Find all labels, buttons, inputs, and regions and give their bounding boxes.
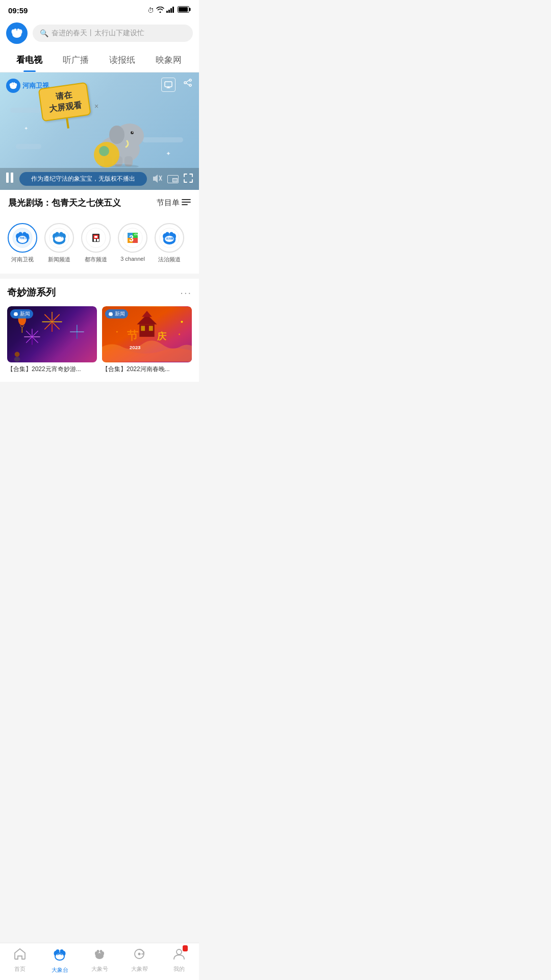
mute-icon[interactable]	[152, 174, 162, 185]
svg-text:channel: channel	[134, 233, 143, 236]
channel-label-news: 新闻频道	[48, 256, 70, 263]
star-deco-3: ✦	[166, 150, 171, 157]
svg-point-101	[16, 312, 17, 314]
program-title-row: 晨光剧场：包青天之七侠五义 节目单	[0, 190, 199, 216]
home-icon	[13, 947, 27, 964]
svg-point-20	[109, 126, 124, 144]
nav-item-home[interactable]: 首页	[5, 947, 35, 974]
svg-point-10	[14, 29, 17, 32]
svg-point-96	[14, 357, 20, 362]
search-icon: 🔍	[40, 29, 48, 37]
subtitle-text: 作为遵纪守法的象宝宝，无版权不播出	[19, 172, 147, 186]
svg-point-132	[138, 953, 141, 955]
svg-point-133	[177, 949, 182, 954]
svg-line-86	[33, 338, 38, 343]
schedule-icon	[182, 199, 191, 207]
svg-point-15	[11, 82, 13, 85]
tab-newspaper[interactable]: 读报纸	[99, 48, 145, 72]
nav-item-daxianghao[interactable]: 大象号	[84, 947, 115, 974]
svg-point-123	[56, 949, 60, 953]
cast-icon[interactable]	[161, 78, 176, 92]
content-card-1[interactable]: 新闻 【合集】2022元宵奇妙游...	[7, 306, 97, 374]
svg-rect-105	[141, 326, 145, 331]
nav-item-daxiangbang[interactable]: 大象帮	[124, 947, 155, 974]
status-time: 09:59	[8, 6, 28, 15]
svg-line-76	[44, 323, 51, 330]
channel-item-city[interactable]: 都市频道	[78, 221, 114, 265]
svg-point-119	[111, 312, 112, 314]
video-area[interactable]: 河南卫视 ✦ ✦ ✦	[0, 72, 199, 190]
svg-point-124	[60, 949, 64, 953]
play-pause-button[interactable]	[6, 173, 14, 185]
svg-point-95	[15, 352, 20, 357]
nav-label-daxiangtai: 大象台	[52, 966, 68, 974]
nav-item-daxiangtai[interactable]: 大象台	[44, 947, 75, 974]
channel-list: 河南卫视 河南卫视 新闻频道	[0, 216, 199, 274]
channel-circle-henan: 河南卫视	[8, 223, 37, 253]
tab-radio[interactable]: 听广播	[53, 48, 99, 72]
svg-line-83	[26, 331, 31, 336]
svg-point-50	[55, 236, 64, 242]
svg-text:法治频道: 法治频道	[166, 237, 177, 240]
svg-point-22	[132, 132, 133, 133]
svg-text:节: 节	[127, 330, 139, 342]
nav-label-mine: 我的	[173, 965, 185, 973]
close-sign-button[interactable]: ×	[94, 102, 98, 110]
video-bottom-bar: 作为遵纪守法的象宝宝，无版权不播出	[0, 168, 199, 190]
content-card-2[interactable]: 节 庆 2023	[102, 306, 192, 374]
more-button[interactable]: ···	[180, 287, 192, 299]
search-bar[interactable]: 🔍 奋进的春天丨太行山下建设忙	[33, 24, 193, 42]
elephant-illustration	[86, 111, 153, 169]
svg-rect-0	[166, 11, 168, 13]
svg-line-84	[33, 331, 38, 336]
svg-point-11	[17, 29, 20, 32]
svg-point-129	[97, 950, 99, 953]
fullscreen-icon[interactable]	[184, 174, 193, 185]
tab-watch-tv[interactable]: 看电视	[6, 48, 53, 72]
daxiangtai-icon	[53, 947, 67, 965]
schedule-label: 节目单	[157, 198, 180, 208]
channel-item-henan[interactable]: 河南卫视 河南卫视	[4, 221, 41, 265]
section-title: 奇妙游系列	[7, 286, 56, 299]
header: 🔍 奋进的春天丨太行山下建设忙	[0, 18, 199, 48]
share-icon[interactable]	[183, 78, 193, 92]
svg-point-16	[13, 82, 15, 85]
section-card: 奇妙游系列 ···	[0, 279, 199, 382]
pip-icon[interactable]	[167, 175, 179, 183]
card1-badge: 新闻	[10, 309, 33, 318]
svg-point-111	[181, 321, 183, 323]
app-logo[interactable]	[6, 22, 28, 44]
svg-point-69	[51, 321, 53, 323]
thumb-festival: 节 庆 2023	[102, 306, 192, 362]
channel-logo-small	[6, 79, 20, 93]
svg-rect-5	[189, 8, 191, 11]
svg-rect-55	[97, 239, 99, 241]
nav-item-mine[interactable]: 我的	[164, 947, 194, 974]
video-top-controls	[161, 78, 193, 92]
nav-tabs: 看电视 听广播 读报纸 映象网	[0, 48, 199, 72]
svg-rect-54	[94, 239, 96, 241]
svg-point-125	[56, 953, 64, 960]
channel-item-law[interactable]: 法治频道 法治频道	[151, 221, 188, 265]
channel-item-news[interactable]: 新闻频道	[41, 221, 78, 265]
channel-label-law: 法治频道	[158, 256, 181, 263]
schedule-button[interactable]: 节目单	[157, 198, 191, 208]
svg-line-85	[26, 338, 31, 343]
refresh-icon	[133, 947, 146, 964]
nav-label-home: 首页	[14, 965, 26, 973]
channel-item-3[interactable]: 3 channel 3 channel	[114, 221, 151, 265]
svg-text:3: 3	[129, 234, 134, 243]
svg-text:河南卫视: 河南卫视	[19, 236, 30, 239]
channel-circle-city	[81, 223, 111, 253]
user-icon	[172, 947, 186, 964]
status-icons: ⏱	[147, 6, 191, 14]
thumb-fireworks: 新闻	[7, 306, 97, 362]
card1-title: 【合集】2022元宵奇妙游...	[7, 362, 97, 374]
cloud-3	[16, 144, 41, 149]
svg-line-77	[53, 323, 60, 330]
channel-label-city: 都市频道	[85, 256, 107, 263]
svg-point-87	[76, 331, 78, 333]
tab-yingxiang[interactable]: 映象网	[145, 48, 192, 72]
cloud-1	[10, 108, 41, 113]
svg-point-78	[31, 336, 33, 338]
